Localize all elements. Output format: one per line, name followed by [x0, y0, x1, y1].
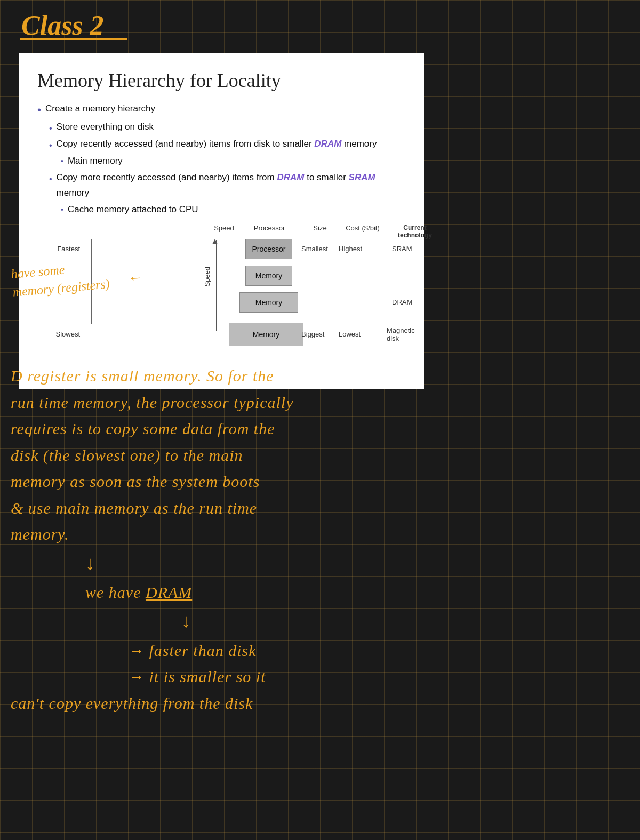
label-slowest: Slowest — [48, 330, 80, 338]
speed-label: Speed — [203, 267, 211, 287]
bullet-l1-1: • Create a memory hierarchy — [37, 101, 405, 117]
bullet-dot: • — [61, 204, 63, 217]
slide: Memory Hierarchy for Locality • Create a… — [19, 53, 424, 389]
label-magnetic: Magnetic disk — [387, 326, 415, 342]
memory-box-dram: Memory — [239, 292, 298, 313]
bullet-dot: • — [37, 102, 41, 117]
handwritten-notes: D register is small memory. So for the r… — [11, 363, 624, 716]
label-highest: Highest — [339, 245, 362, 253]
annotation-arrow: ← — [127, 269, 144, 287]
hw-line-dram: we have DRAM — [53, 579, 624, 606]
hw-line-6: & use main memory as the run time — [11, 495, 624, 522]
speed-arrow-tip — [212, 239, 218, 244]
bullet-text: Copy more recently accessed (and nearby)… — [57, 170, 405, 201]
bullet-text: Cache memory attached to CPU — [68, 202, 198, 218]
label-lowest: Lowest — [339, 330, 361, 338]
header-technology: Currenttechnology — [388, 224, 442, 239]
diagram-area: Speed Processor Size Cost ($/bit) Curren… — [37, 224, 405, 373]
hw-line-4: disk (the slowest one) to the main — [11, 442, 624, 469]
header-size: Size — [301, 224, 339, 232]
processor-box: Processor — [245, 239, 292, 259]
hw-line-5: memory as soon as the system boots — [11, 468, 624, 495]
memory-box-sram: Memory — [245, 266, 292, 286]
header-cost: Cost ($/bit) — [339, 224, 387, 232]
class-title-underline — [20, 38, 127, 40]
slide-content: • Create a memory hierarchy • Store ever… — [37, 101, 405, 218]
slide-title: Memory Hierarchy for Locality — [37, 69, 405, 92]
label-fastest: Fastest — [48, 245, 80, 253]
bullet-l2-3: • Copy more recently accessed (and nearb… — [49, 170, 405, 201]
hw-line-smaller: → it is smaller so it — [128, 663, 624, 690]
hw-line-cantcopy: can't copy everything from the disk — [11, 690, 624, 717]
bullet-text: Main memory — [68, 154, 123, 169]
bullet-text: Create a memory hierarchy — [45, 101, 155, 117]
bullet-dot: • — [49, 121, 52, 135]
memory-box-disk: Memory — [229, 323, 303, 346]
bullet-l2-2: • Copy recently accessed (and nearby) it… — [49, 137, 405, 153]
bullet-dot: • — [49, 172, 52, 186]
bullet-l3-1: • Main memory — [61, 154, 405, 169]
hw-line-7: memory. — [11, 521, 624, 548]
diagram-row-4: Slowest Memory Biggest Lowest Magnetic d… — [203, 323, 303, 346]
header-speed: Speed — [203, 224, 245, 232]
hw-line-3: requires is to copy some data from the — [11, 415, 624, 442]
label-sram-1: SRAM — [392, 245, 412, 253]
bullet-text: Copy recently accessed (and nearby) item… — [57, 137, 377, 152]
hw-line-faster: → faster than disk — [128, 637, 624, 664]
label-biggest: Biggest — [301, 330, 324, 338]
hw-line-arrow1: ↓ — [53, 548, 624, 579]
bullet-l3-2: • Cache memory attached to CPU — [61, 202, 405, 218]
hw-line-1: D register is small memory. So for the — [11, 363, 624, 389]
hw-line-2: run time memory, the processor typically — [11, 389, 624, 416]
hw-line-arrow2: ↓ — [117, 605, 624, 637]
speed-arrow-bar — [216, 240, 217, 331]
bullet-dot: • — [49, 138, 52, 153]
class-title: Class 2 — [21, 10, 104, 41]
label-dram: DRAM — [392, 298, 412, 306]
bullet-l2-1: • Store everything on disk — [49, 119, 405, 135]
bullet-text: Store everything on disk — [57, 119, 154, 135]
bullet-dot: • — [61, 155, 63, 168]
header-processor: Processor — [245, 224, 293, 232]
label-smallest: Smallest — [301, 245, 328, 253]
